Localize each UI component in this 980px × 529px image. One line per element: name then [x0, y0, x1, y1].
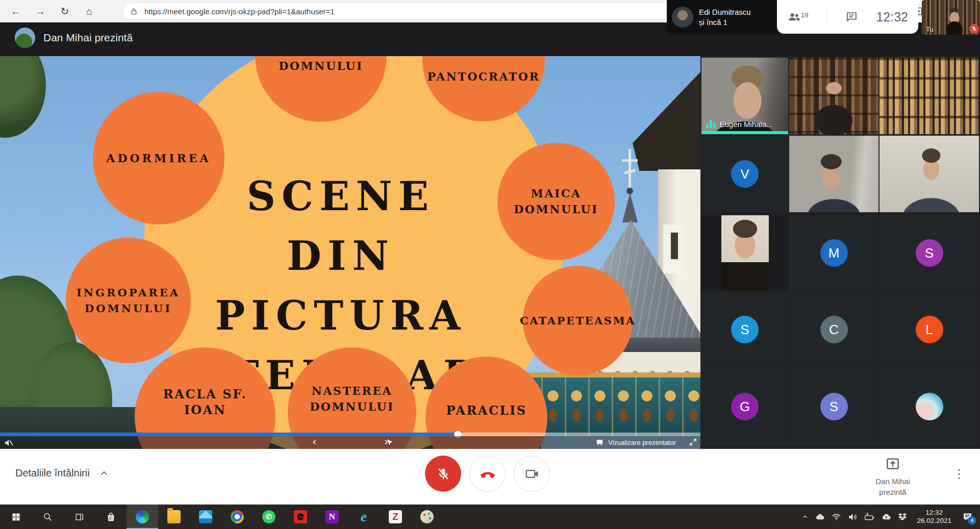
- participant-tile-eugen[interactable]: Eugen Mihala...: [701, 58, 788, 134]
- start-button[interactable]: [0, 505, 32, 529]
- taskbar-time: 12:32: [917, 509, 951, 517]
- ms-store-icon: [106, 512, 116, 522]
- taskbar-clock[interactable]: 12:32 26.02.2021: [917, 509, 951, 525]
- onedrive-icon[interactable]: [815, 512, 825, 522]
- fullscreen-icon[interactable]: [689, 438, 697, 448]
- participant-tile-initial[interactable]: M: [789, 215, 878, 291]
- whatsapp-button[interactable]: ✆: [253, 505, 285, 529]
- pinned-participants-tile[interactable]: Edi Dumitrascu și încă 1: [667, 0, 777, 35]
- lock-icon: [130, 7, 138, 16]
- presenter-banner: Dan Mihai prezintă: [15, 28, 133, 48]
- slide-progress-fill: [0, 433, 458, 436]
- participant-tile-video[interactable]: [880, 58, 979, 134]
- shared-presentation[interactable]: SCENE DIN PICTURA INTERIOARA INVIEREA DO…: [0, 56, 700, 449]
- back-icon[interactable]: ←: [7, 3, 24, 20]
- participant-tile-video[interactable]: [701, 215, 788, 291]
- chrome-icon: [231, 510, 244, 523]
- speaking-indicator-bar: [701, 131, 788, 134]
- backup-cloud-icon[interactable]: [882, 512, 891, 522]
- people-icon: [787, 10, 801, 24]
- whatsapp-icon: ✆: [262, 510, 275, 523]
- participant-tile-initial[interactable]: S: [701, 292, 788, 367]
- avatar-initial: G: [731, 393, 759, 420]
- more-options-icon[interactable]: ⋮: [953, 467, 965, 481]
- mail-icon: [199, 510, 212, 523]
- task-view-button[interactable]: [63, 505, 95, 529]
- home-icon[interactable]: ⌂: [81, 3, 98, 20]
- participant-tile-initial[interactable]: S: [880, 215, 979, 291]
- church-tower-roof: [633, 71, 700, 171]
- presenter-avatar: [15, 28, 35, 48]
- leave-call-button[interactable]: [469, 456, 506, 492]
- search-button[interactable]: [32, 505, 63, 529]
- bubble-ingroparea: INGROPAREA DOMNULUI: [66, 238, 191, 363]
- participant-tile-photo[interactable]: [880, 368, 979, 445]
- onenote-button[interactable]: N: [316, 505, 348, 529]
- avatar-initial: V: [731, 160, 759, 188]
- chat-icon: [845, 11, 858, 23]
- presentation-muted-icon[interactable]: [4, 438, 13, 447]
- participant-tile-initial[interactable]: C: [789, 292, 878, 367]
- bubble-adormirea: ADORMIREA: [93, 92, 224, 224]
- self-view-tile[interactable]: Tu: [922, 0, 980, 35]
- chrome-button[interactable]: [221, 505, 253, 529]
- mic-off-icon: [436, 467, 450, 481]
- refresh-icon[interactable]: ↻: [56, 3, 73, 20]
- mail-button[interactable]: [190, 505, 221, 529]
- wifi-icon[interactable]: [832, 512, 841, 522]
- chevron-up-icon: [99, 468, 109, 478]
- photo-avatar: [916, 393, 943, 420]
- participant-tile-initial[interactable]: V: [701, 136, 788, 212]
- presenting-status: Dan Mihai prezintă: [867, 456, 918, 497]
- spire: [622, 193, 638, 222]
- forward-icon[interactable]: →: [32, 3, 49, 20]
- church-dormer: [663, 224, 686, 273]
- paint-button[interactable]: [411, 505, 443, 529]
- action-center-button[interactable]: 4: [962, 512, 973, 522]
- store-button[interactable]: [95, 505, 127, 529]
- media-app-button[interactable]: [285, 505, 316, 529]
- bubble-catapeteasma: CATAPETEASMA: [523, 266, 633, 375]
- participant-tile-video[interactable]: [789, 58, 878, 134]
- avatar-initial: C: [820, 316, 848, 343]
- previous-slide-icon[interactable]: ‹: [312, 436, 317, 447]
- avatar-initial: L: [916, 316, 943, 343]
- screen: ← → ↻ ⌂: [0, 0, 980, 529]
- participant-tile-video[interactable]: [789, 136, 878, 212]
- task-view-icon: [74, 512, 84, 522]
- media-app-icon: [294, 510, 307, 523]
- participant-tile-initial[interactable]: L: [880, 292, 979, 367]
- participant-tile-initial[interactable]: S: [789, 368, 878, 445]
- slide-title-line2: DIN: [137, 226, 545, 286]
- viewer-mode-button[interactable]: Vizualizare prezentator: [595, 436, 676, 449]
- notification-badge: 4: [968, 516, 976, 525]
- file-explorer-button[interactable]: [158, 505, 190, 529]
- meeting-details-button[interactable]: Detaliile întâlnirii: [15, 467, 109, 479]
- slide-title-line3: PICTURA: [137, 286, 545, 345]
- tray-expand-icon[interactable]: [801, 513, 809, 520]
- portrait-video-frame: [721, 215, 769, 291]
- zotero-button[interactable]: Z: [380, 505, 411, 529]
- camera-button[interactable]: [514, 456, 550, 492]
- participant-tile-initial[interactable]: G: [701, 368, 788, 445]
- audio-activity-icon: [706, 120, 716, 129]
- fresco-rim: [518, 372, 700, 377]
- presenting-name: Dan Mihai: [867, 476, 918, 487]
- church-cross: [629, 149, 631, 190]
- chat-button[interactable]: [845, 11, 858, 23]
- participant-name-label: Eugen Mihala...: [720, 120, 773, 129]
- videocam-icon: [524, 466, 540, 482]
- tree-top-left: [0, 56, 46, 138]
- slide-progress-bar[interactable]: [0, 433, 700, 436]
- participants-button[interactable]: 19: [787, 10, 808, 24]
- battery-icon[interactable]: [864, 512, 875, 522]
- internet-explorer-button[interactable]: e: [348, 505, 380, 529]
- mute-microphone-button[interactable]: [425, 456, 461, 492]
- edge-taskbar-button[interactable]: [127, 505, 158, 529]
- church-cross-bar: [622, 159, 638, 162]
- presentation-control-bar: ‹ › Vizualizare prezentator: [0, 436, 700, 449]
- pinned-avatar: [672, 7, 693, 28]
- dropbox-icon[interactable]: [898, 512, 907, 521]
- participant-tile-video[interactable]: [880, 136, 979, 212]
- volume-icon[interactable]: [848, 512, 858, 522]
